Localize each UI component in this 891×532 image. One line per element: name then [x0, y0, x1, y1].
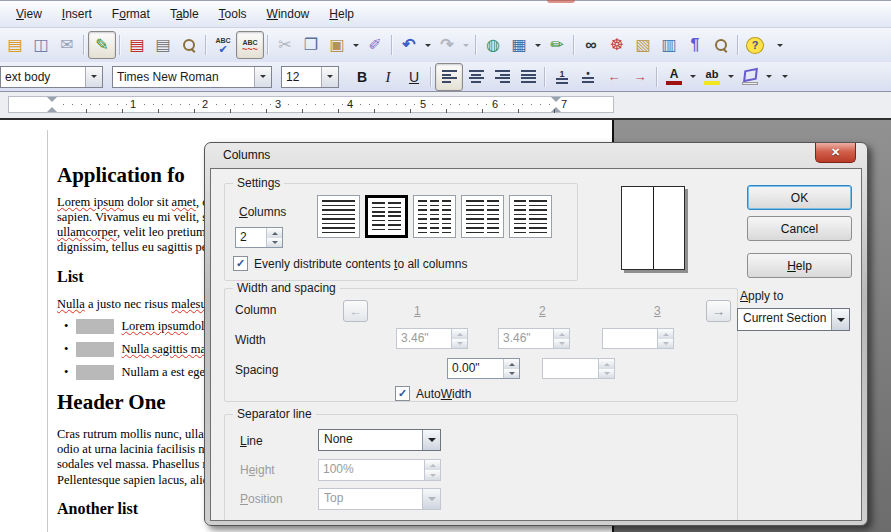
autowidth-checkbox[interactable]: ✓: [395, 386, 410, 401]
formatbar-overflow-dropdown[interactable]: [779, 64, 791, 90]
export-pdf-button[interactable]: ▤: [124, 32, 150, 58]
spellcheck-button[interactable]: ABC ✔: [210, 32, 236, 58]
insert-table-button[interactable]: ▦: [506, 32, 532, 58]
align-right-button[interactable]: [489, 64, 515, 90]
paragraph-style-combo[interactable]: ext body: [0, 66, 103, 88]
spacing-spinner-1[interactable]: 0.00": [447, 358, 520, 379]
formatting-marks-button[interactable]: ¶: [682, 32, 708, 58]
italic-button[interactable]: I: [375, 64, 401, 90]
open-button[interactable]: ▤: [2, 32, 28, 58]
format-paintbrush-button[interactable]: ✐: [362, 32, 388, 58]
toolbar-separator: [656, 67, 658, 87]
menu-table[interactable]: Table: [160, 4, 209, 24]
hyperlink-globe-icon: ◍: [486, 37, 500, 53]
dialog-close-button[interactable]: ✕: [815, 143, 856, 163]
spin-down-button[interactable]: [504, 369, 519, 379]
help-button[interactable]: ?: [742, 32, 768, 58]
spacing-value-1: 0.00": [448, 359, 503, 378]
doc-heading-another-list: Another list: [57, 500, 138, 518]
undo-dropdown[interactable]: [422, 32, 434, 58]
page-preview-button[interactable]: [176, 32, 202, 58]
columns-dialog[interactable]: Columns ✕ Settings Columns 2: [204, 142, 868, 526]
dropdown-arrow-button[interactable]: [831, 309, 849, 330]
justify-button[interactable]: [515, 64, 541, 90]
doc-heading-list: List: [57, 268, 84, 286]
menu-insert[interactable]: Insert: [52, 4, 102, 24]
column-header-2: 2: [539, 304, 546, 318]
bullet-list-button[interactable]: •: [575, 64, 601, 90]
print-button[interactable]: ▤: [150, 32, 176, 58]
insert-table-dropdown[interactable]: [532, 32, 544, 58]
ok-button[interactable]: OK: [747, 185, 852, 210]
doc-list-intro: Nulla a justo nec risus malesu: [57, 297, 207, 312]
menu-tools[interactable]: Tools: [209, 4, 257, 24]
cancel-button[interactable]: Cancel: [747, 216, 852, 241]
menu-format[interactable]: Format: [102, 4, 160, 24]
data-sources-button[interactable]: ▥: [656, 32, 682, 58]
dropdown-caret-icon: [535, 44, 541, 50]
background-color-dropdown[interactable]: [763, 64, 775, 90]
highlighting-button[interactable]: ab: [699, 64, 725, 90]
copy-button[interactable]: ❐: [298, 32, 324, 58]
left-arrow-icon: ←: [349, 304, 362, 319]
dialog-body: Settings Columns 2 ✓ Evenly distribute c…: [210, 168, 862, 521]
underline-button[interactable]: U: [401, 64, 427, 90]
indent-marker-bottom[interactable]: [47, 102, 57, 112]
evenly-distribute-checkbox[interactable]: ✓: [233, 256, 248, 271]
undo-button[interactable]: ↶: [396, 32, 422, 58]
autospellcheck-button[interactable]: ABC ~~~: [236, 31, 264, 59]
font-dropdown-button[interactable]: [254, 67, 271, 87]
preset-left-weighted[interactable]: [461, 195, 504, 238]
find-replace-button[interactable]: ∞: [578, 32, 604, 58]
spin-up-button[interactable]: [504, 359, 519, 369]
bold-button[interactable]: B: [349, 64, 375, 90]
align-left-button[interactable]: [435, 63, 463, 91]
gallery-button[interactable]: ▧: [630, 32, 656, 58]
highlighting-dropdown[interactable]: [725, 64, 737, 90]
style-dropdown-button[interactable]: [85, 67, 102, 87]
font-name-combo[interactable]: Times New Roman: [112, 66, 272, 88]
next-column-button[interactable]: →: [706, 300, 731, 322]
columns-count-spinner[interactable]: 2: [235, 227, 283, 248]
spin-down-button[interactable]: [267, 238, 282, 248]
hyperlink-button[interactable]: ◍: [480, 32, 506, 58]
size-dropdown-button[interactable]: [321, 67, 338, 87]
evenly-distribute-label: Evenly distribute contents to all column…: [254, 257, 467, 271]
doc-heading-application: Application fo: [57, 163, 185, 188]
preset-three-columns[interactable]: [413, 195, 456, 238]
font-color-dropdown[interactable]: [687, 64, 699, 90]
save-button[interactable]: ◫: [28, 32, 54, 58]
spin-up-button[interactable]: [267, 228, 282, 238]
paste-button[interactable]: ▣: [324, 32, 350, 58]
font-size-combo[interactable]: 12: [281, 66, 339, 88]
preset-right-weighted[interactable]: [509, 195, 552, 238]
preset-two-columns[interactable]: [365, 195, 408, 238]
numbered-list-button[interactable]: 1: [549, 64, 575, 90]
help-dialog-button[interactable]: Help: [747, 253, 852, 278]
zoom-button[interactable]: [708, 32, 734, 58]
width-spinner-3: [602, 328, 674, 349]
menu-help[interactable]: Help: [319, 4, 364, 24]
width-spinner-1: 3.46": [396, 328, 468, 349]
previous-column-button[interactable]: ←: [343, 300, 368, 322]
toolbar-overflow-dropdown[interactable]: [774, 32, 786, 58]
background-color-button[interactable]: [737, 64, 763, 90]
redo-button: ↷: [434, 32, 460, 58]
email-button[interactable]: ✉: [54, 32, 80, 58]
apply-to-dropdown[interactable]: Current Section: [737, 308, 850, 331]
menu-view[interactable]: View: [6, 4, 52, 24]
line-style-dropdown[interactable]: None: [318, 429, 441, 451]
dropdown-arrow-button[interactable]: [422, 430, 440, 450]
font-color-button[interactable]: A: [661, 64, 687, 90]
autospell-wave-icon: ~~~: [242, 46, 258, 52]
increase-indent-button[interactable]: →: [627, 64, 653, 90]
draw-functions-button[interactable]: ✏: [544, 32, 570, 58]
paste-dropdown[interactable]: [350, 32, 362, 58]
preset-one-column[interactable]: [317, 195, 360, 238]
decrease-indent-button[interactable]: ←: [601, 64, 627, 90]
edit-mode-button[interactable]: ✎: [88, 31, 116, 59]
columns-preview: [621, 186, 685, 270]
navigator-button[interactable]: ☸: [604, 32, 630, 58]
align-center-button[interactable]: [463, 64, 489, 90]
menu-window[interactable]: Window: [257, 4, 320, 24]
